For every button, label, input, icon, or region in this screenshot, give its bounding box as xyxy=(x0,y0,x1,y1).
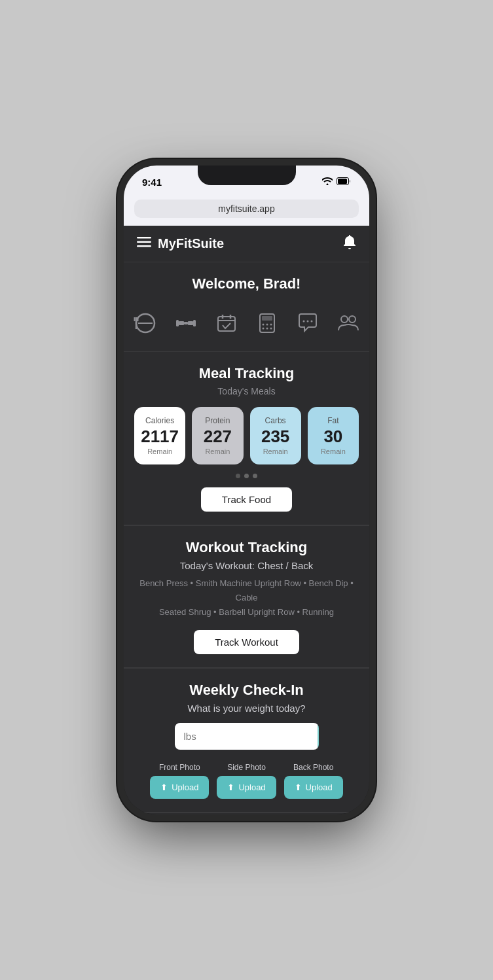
upload-icon-0: ⬆ xyxy=(160,782,168,792)
protein-label: Protein xyxy=(198,416,236,425)
svg-rect-4 xyxy=(137,245,151,247)
svg-rect-1 xyxy=(338,179,347,184)
welcome-section: Welcome, Brad! xyxy=(124,262,369,351)
nav-calendar-icon[interactable] xyxy=(214,311,239,336)
nav-meal-icon[interactable] xyxy=(133,311,158,336)
carbs-card: Carbs 235 Remain xyxy=(250,407,301,464)
meal-tracking-section: Meal Tracking Today's Meals Calories 211… xyxy=(124,352,369,525)
nav-icons xyxy=(134,306,359,341)
pagination-dots xyxy=(134,474,359,478)
dot-3 xyxy=(253,474,257,478)
workout-exercises: Bench Press • Smith Machine Upright Row … xyxy=(134,576,359,620)
svg-rect-2 xyxy=(137,237,151,239)
upload-icon-1: ⬆ xyxy=(227,782,234,792)
side-photo-item: Side Photo ⬆ Upload xyxy=(217,763,276,799)
protein-value: 227 xyxy=(198,428,236,445)
fat-remain: Remain xyxy=(314,447,352,455)
nav-chat-icon[interactable] xyxy=(295,311,320,336)
svg-point-29 xyxy=(306,321,308,323)
back-photo-upload-button[interactable]: ⬆ Upload xyxy=(284,776,343,799)
carbs-label: Carbs xyxy=(257,416,295,425)
bell-icon[interactable] xyxy=(343,235,356,253)
phone-notch xyxy=(198,166,296,185)
calories-remain: Remain xyxy=(141,447,179,455)
svg-rect-21 xyxy=(262,316,272,321)
browser-bar: myfitsuite.app xyxy=(124,194,369,226)
svg-point-27 xyxy=(270,328,272,330)
side-photo-upload-button[interactable]: ⬆ Upload xyxy=(217,776,276,799)
url-bar[interactable]: myfitsuite.app xyxy=(134,200,359,218)
svg-point-23 xyxy=(266,324,268,326)
svg-rect-14 xyxy=(188,321,193,325)
welcome-text: Welcome, Brad! xyxy=(134,275,359,292)
carbs-value: 235 xyxy=(257,428,295,445)
nav-calculator-icon[interactable] xyxy=(255,311,280,336)
svg-point-28 xyxy=(302,321,304,323)
weight-input[interactable] xyxy=(175,723,318,750)
svg-rect-13 xyxy=(179,321,184,325)
svg-point-31 xyxy=(341,316,348,323)
nav-workout-icon[interactable] xyxy=(173,311,198,336)
fat-card: Fat 30 Remain xyxy=(308,407,359,464)
status-icons xyxy=(322,177,351,187)
svg-rect-16 xyxy=(218,317,235,331)
back-photo-label: Back Photo xyxy=(293,763,333,772)
ai-section: AI Fitness Coach xyxy=(124,813,369,814)
workout-tracking-section: Workout Tracking Today's Workout: Chest … xyxy=(124,525,369,667)
header-left: MyFitSuite xyxy=(137,236,224,251)
dot-1 xyxy=(236,474,240,478)
svg-rect-3 xyxy=(137,241,151,243)
workout-day: Today's Workout: Chest / Back xyxy=(134,560,359,571)
svg-rect-11 xyxy=(184,322,188,324)
protein-card: Protein 227 Remain xyxy=(192,407,243,464)
calories-value: 2117 xyxy=(141,428,179,445)
calories-card: Calories 2117 Remain xyxy=(134,407,185,464)
checkin-title: Weekly Check-In xyxy=(134,682,359,699)
fat-value: 30 xyxy=(314,428,352,445)
phone-frame: 9:41 myfitsuite.app xyxy=(124,166,369,814)
carbs-remain: Remain xyxy=(257,447,295,455)
app-title: MyFitSuite xyxy=(158,236,224,251)
hamburger-icon[interactable] xyxy=(137,237,151,251)
workout-title: Workout Tracking xyxy=(134,539,359,556)
upload-icon-2: ⬆ xyxy=(295,782,302,792)
front-photo-upload-button[interactable]: ⬆ Upload xyxy=(150,776,209,799)
svg-point-24 xyxy=(270,324,272,326)
meal-tracking-title: Meal Tracking xyxy=(134,365,359,382)
dot-2 xyxy=(244,474,249,478)
front-upload-label: Upload xyxy=(172,782,198,792)
status-time: 9:41 xyxy=(142,177,162,188)
side-photo-label: Side Photo xyxy=(227,763,266,772)
svg-rect-15 xyxy=(193,320,196,326)
svg-point-25 xyxy=(262,328,264,330)
app-content: MyFitSuite Welcome, Brad! xyxy=(124,226,369,814)
meal-tracking-subtitle: Today's Meals xyxy=(134,386,359,396)
protein-remain: Remain xyxy=(198,447,236,455)
svg-rect-12 xyxy=(176,320,179,326)
photo-upload-row: Front Photo ⬆ Upload Side Photo ⬆ Upload… xyxy=(134,763,359,799)
submit-button[interactable]: Submit xyxy=(318,723,319,750)
nav-community-icon[interactable] xyxy=(336,311,361,336)
back-photo-item: Back Photo ⬆ Upload xyxy=(284,763,343,799)
fat-label: Fat xyxy=(314,416,352,425)
checkin-question: What is your weight today? xyxy=(134,703,359,714)
back-upload-label: Upload xyxy=(306,782,333,792)
front-photo-item: Front Photo ⬆ Upload xyxy=(150,763,209,799)
track-food-button[interactable]: Track Food xyxy=(201,487,292,512)
svg-point-26 xyxy=(266,328,268,330)
weight-input-row: Submit xyxy=(175,723,319,750)
front-photo-label: Front Photo xyxy=(159,763,200,772)
wifi-icon xyxy=(322,177,333,187)
track-workout-button[interactable]: Track Workout xyxy=(194,630,299,654)
meal-cards: Calories 2117 Remain Protein 227 Remain … xyxy=(134,407,359,464)
svg-point-32 xyxy=(349,316,356,323)
side-upload-label: Upload xyxy=(238,782,265,792)
app-header: MyFitSuite xyxy=(124,226,369,262)
svg-point-22 xyxy=(262,324,264,326)
checkin-section: Weekly Check-In What is your weight toda… xyxy=(124,668,369,812)
battery-icon xyxy=(337,177,351,187)
calories-label: Calories xyxy=(141,416,179,425)
svg-point-30 xyxy=(310,321,312,323)
